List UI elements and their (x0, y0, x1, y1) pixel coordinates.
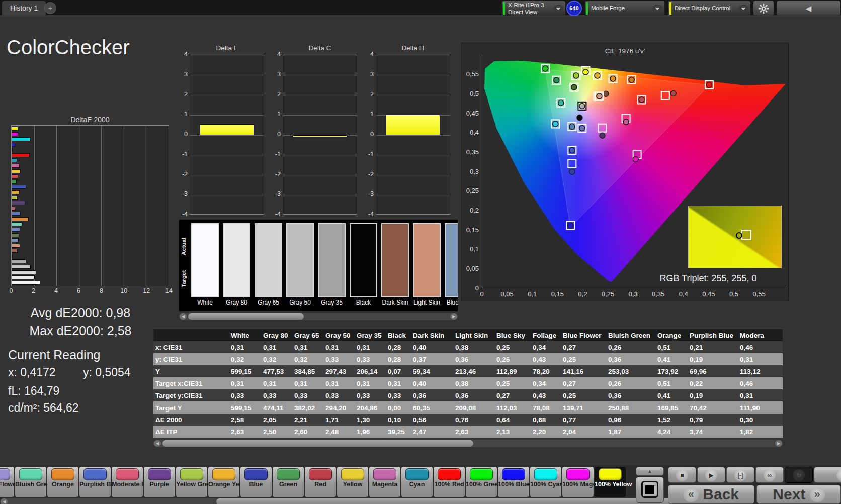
de-bar-light-skin (12, 244, 20, 248)
patch-button-label: Magenta (369, 481, 400, 488)
cie-x-tick: 0 (472, 290, 492, 298)
delta-y-tick: 0 (179, 131, 188, 138)
patch-button-yellow-green[interactable]: Yellow Green (176, 467, 207, 497)
table-cell: 0,46 (738, 377, 783, 389)
table-scrollbar-thumb[interactable] (162, 440, 473, 447)
table-cell: 0,56 (411, 414, 453, 426)
de-bar-row-cyan (12, 158, 169, 162)
play-button[interactable]: ▶ (697, 467, 725, 483)
patch-button-label: Red (305, 481, 336, 488)
column-header-white: White (229, 329, 261, 341)
cie-x-tick: 0,55 (749, 290, 769, 298)
de-bar-100-green (12, 148, 13, 152)
source-dropdown[interactable]: Mobile Forge (585, 1, 664, 16)
record-button[interactable] (814, 467, 841, 483)
de-bar-moderate-red (12, 207, 15, 211)
swatch-scrollbar-thumb[interactable] (188, 313, 304, 320)
patch-window-button[interactable] (636, 477, 664, 503)
patch-button-purple[interactable]: Purple (144, 467, 175, 497)
patch-scrollbar-thumb[interactable] (216, 498, 699, 504)
display-control-dropdown[interactable]: Direct Display Control (668, 1, 750, 16)
settings-button[interactable] (753, 1, 774, 16)
table-cell: 0,32 (292, 353, 323, 365)
patch-strip-expand-button[interactable]: ▲ (636, 467, 664, 476)
next-button[interactable]: Next » (756, 485, 841, 504)
patch-button-100-cyan[interactable]: 100% Cyan (530, 467, 561, 497)
patch-button-purplish-blue[interactable]: Purplish Blue (79, 467, 111, 497)
swatch-dark-skin: Dark Skin (381, 223, 409, 306)
patch-button-cyan[interactable]: Cyan (401, 467, 433, 497)
cie-measured-gray-measure (577, 115, 582, 121)
gridline (169, 126, 169, 286)
refresh-button[interactable]: ↻ (785, 467, 813, 483)
table-row-y-cie31: y: CIE310,320,320,320,330,330,280,370,36… (153, 353, 783, 365)
tab-history-1[interactable]: History 1 (2, 1, 46, 15)
patch-button-100-magenta[interactable]: 100% Magenta (562, 467, 594, 497)
table-cell: 0,31 (738, 353, 783, 365)
de2000-x-axis: 02468101214 (11, 287, 169, 295)
swatch-chip (350, 223, 377, 297)
table-scrollbar[interactable]: ◀ ▶ (153, 440, 783, 447)
patch-button-100-blue[interactable]: 100% Blue (498, 467, 529, 497)
cie-y-tick: 0,5 (462, 90, 479, 97)
collapse-panel-button[interactable]: ◀ (776, 1, 841, 16)
table-cell: 0,31 (229, 341, 261, 353)
loop-button[interactable]: ∞ (755, 467, 784, 483)
patch-button-moderate-red[interactable]: Moderate Red (112, 467, 143, 497)
patch-button-orange-yellow[interactable]: Orange Yellow (208, 467, 239, 497)
de-bar-row-100-magenta (12, 132, 169, 136)
de-bar-orange-yellow (12, 190, 20, 194)
cie-measured-orange-yellow (595, 73, 600, 78)
patch-chip (180, 468, 203, 480)
patch-button-label: Yellow Green (176, 481, 207, 488)
cie-measured-purple (600, 133, 605, 138)
swatch-scrollbar[interactable]: ◀ ▶ (179, 313, 458, 320)
patch-chip (502, 468, 525, 480)
patch-button-green[interactable]: Green (273, 467, 304, 497)
patch-button-orange[interactable]: Orange (47, 467, 78, 497)
cie-x-tick: 0,2 (572, 290, 593, 298)
de-bar-blue (12, 185, 26, 189)
meter-status-stripe (503, 2, 505, 15)
add-tab-button[interactable]: + (44, 2, 56, 14)
patch-button-magenta[interactable]: Magenta (369, 467, 400, 497)
swatch-chip (286, 223, 314, 297)
scroll-left-icon[interactable]: ◀ (180, 313, 187, 320)
patch-button-blue[interactable]: Blue (240, 467, 272, 497)
table-cell: 0,27 (561, 341, 606, 353)
table-cell: 2,50 (261, 426, 292, 438)
cie-measured-orange (610, 76, 616, 81)
patch-chip (277, 468, 300, 480)
back-button[interactable]: « Back (668, 485, 754, 504)
table-cell: 113,12 (738, 365, 783, 377)
de-bar-gray-80 (12, 275, 35, 279)
de-x-tick: 0 (10, 287, 13, 294)
delta-chart-plot (376, 55, 450, 215)
patch-button-100-red[interactable]: 100% Red (434, 467, 465, 497)
scroll-right-icon[interactable]: ▶ (450, 313, 457, 320)
de-bar-100-magenta (12, 132, 18, 136)
stop-button[interactable]: ■ (668, 467, 696, 483)
table-cell: 0,32 (261, 353, 292, 365)
scroll-right-icon[interactable]: ▶ (775, 440, 782, 447)
patch-button-100-green[interactable]: 100% Green (466, 467, 497, 497)
swatch-label: Blue Sky (445, 299, 458, 306)
cie-measured-magenta-100 (633, 156, 638, 162)
refresh-icon: ↻ (793, 469, 805, 481)
patch-button-bluish-green[interactable]: Bluish Green (15, 467, 46, 497)
scroll-left-icon[interactable]: ◀ (154, 440, 161, 447)
delta-chart-title: Delta C (283, 44, 357, 52)
patch-button-blue-flower[interactable]: Blue Flower (0, 467, 14, 497)
patch-button-red[interactable]: Red (305, 467, 336, 497)
luminance-badge[interactable]: 640 (566, 1, 582, 16)
cie-y-tick: 0,25 (462, 187, 479, 194)
range-button[interactable]: [-] (726, 467, 754, 483)
patch-strip-scrollbar[interactable]: ◀ ▶ (0, 498, 713, 504)
patch-button-100-yellow[interactable]: 100% Yellow (595, 467, 626, 497)
patch-button-yellow[interactable]: Yellow (337, 467, 368, 497)
table-cell: 1,82 (738, 426, 783, 438)
scroll-left-icon[interactable]: ◀ (1, 498, 8, 504)
patch-button-label: Orange (47, 481, 78, 488)
de-bar-row-blue (12, 185, 169, 189)
meter-dropdown[interactable]: X-Rite i1Pro 3Direct View (502, 1, 565, 16)
